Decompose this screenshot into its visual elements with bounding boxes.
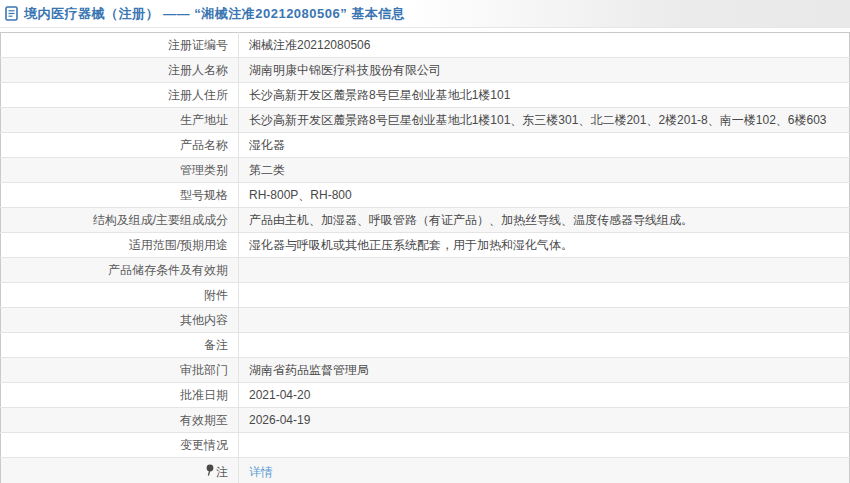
row-value: RH-800P、RH-800 <box>239 183 850 208</box>
row-label: 适用范围/预期用途 <box>1 233 239 258</box>
row-label: 产品储存条件及有效期 <box>1 258 239 283</box>
row-value: 湖南明康中锦医疗科技股份有限公司 <box>239 58 850 83</box>
row-label: 审批部门 <box>1 358 239 383</box>
table-row: 产品名称 湿化器 <box>1 133 850 158</box>
row-label: 注册人住所 <box>1 83 239 108</box>
row-label: 生产地址 <box>1 108 239 133</box>
row-value: 产品由主机、加湿器、呼吸管路（有证产品）、加热丝导线、温度传感器导线组成。 <box>239 208 850 233</box>
row-value: 详情 <box>239 458 850 483</box>
row-label: 产品名称 <box>1 133 239 158</box>
table-row: 适用范围/预期用途 湿化器与呼吸机或其他正压系统配套，用于加热和湿化气体。 <box>1 233 850 258</box>
row-value <box>239 258 850 283</box>
table-row: 产品储存条件及有效期 <box>1 258 850 283</box>
table-row: 有效期至 2026-04-19 <box>1 408 850 433</box>
table-row: 型号规格 RH-800P、RH-800 <box>1 183 850 208</box>
row-value: 第二类 <box>239 158 850 183</box>
row-label: 备注 <box>1 333 239 358</box>
table-row: 生产地址 长沙高新开发区麓景路8号巨星创业基地北1楼101、东三楼301、北二楼… <box>1 108 850 133</box>
row-label: 附件 <box>1 283 239 308</box>
table-row-note: 注 详情 <box>1 458 850 483</box>
note-label-text: 注 <box>216 466 228 478</box>
page-header: 境内医疗器械（注册） —— “湘械注准20212080506” 基本信息 <box>0 0 850 28</box>
registration-info-table: 注册证编号 湘械注准20212080506 注册人名称 湖南明康中锦医疗科技股份… <box>0 32 850 483</box>
row-label: 结构及组成/主要组成成分 <box>1 208 239 233</box>
row-value: 湿化器 <box>239 133 850 158</box>
row-value <box>239 433 850 458</box>
row-value: 湿化器与呼吸机或其他正压系统配套，用于加热和湿化气体。 <box>239 233 850 258</box>
table-row: 管理类别 第二类 <box>1 158 850 183</box>
table-row: 结构及组成/主要组成成分 产品由主机、加湿器、呼吸管路（有证产品）、加热丝导线、… <box>1 208 850 233</box>
row-label: 其他内容 <box>1 308 239 333</box>
row-value <box>239 308 850 333</box>
row-value: 湘械注准20212080506 <box>239 33 850 58</box>
table-row: 变更情况 <box>1 433 850 458</box>
table-row: 备注 <box>1 333 850 358</box>
row-value: 长沙高新开发区麓景路8号巨星创业基地北1楼101 <box>239 83 850 108</box>
row-value: 长沙高新开发区麓景路8号巨星创业基地北1楼101、东三楼301、北二楼201、2… <box>239 108 850 133</box>
row-value: 2026-04-19 <box>239 408 850 433</box>
pin-icon <box>205 464 214 479</box>
row-value <box>239 283 850 308</box>
details-link[interactable]: 详情 <box>249 465 273 479</box>
row-label: 管理类别 <box>1 158 239 183</box>
row-label: 批准日期 <box>1 383 239 408</box>
row-label: 注 <box>1 458 239 483</box>
table-row: 注册人名称 湖南明康中锦医疗科技股份有限公司 <box>1 58 850 83</box>
table-row: 其他内容 <box>1 308 850 333</box>
table-row: 注册证编号 湘械注准20212080506 <box>1 33 850 58</box>
row-label: 注册人名称 <box>1 58 239 83</box>
row-label: 变更情况 <box>1 433 239 458</box>
registration-info-page: 境内医疗器械（注册） —— “湘械注准20212080506” 基本信息 注册证… <box>0 0 850 483</box>
page-title: 境内医疗器械（注册） —— “湘械注准20212080506” 基本信息 <box>24 5 405 23</box>
table-row: 审批部门 湖南省药品监督管理局 <box>1 358 850 383</box>
row-value: 2021-04-20 <box>239 383 850 408</box>
row-label: 型号规格 <box>1 183 239 208</box>
row-label: 有效期至 <box>1 408 239 433</box>
row-label: 注册证编号 <box>1 33 239 58</box>
table-row: 注册人住所 长沙高新开发区麓景路8号巨星创业基地北1楼101 <box>1 83 850 108</box>
table-row: 批准日期 2021-04-20 <box>1 383 850 408</box>
table-row: 附件 <box>1 283 850 308</box>
document-icon <box>5 6 19 21</box>
row-value: 湖南省药品监督管理局 <box>239 358 850 383</box>
row-value <box>239 333 850 358</box>
